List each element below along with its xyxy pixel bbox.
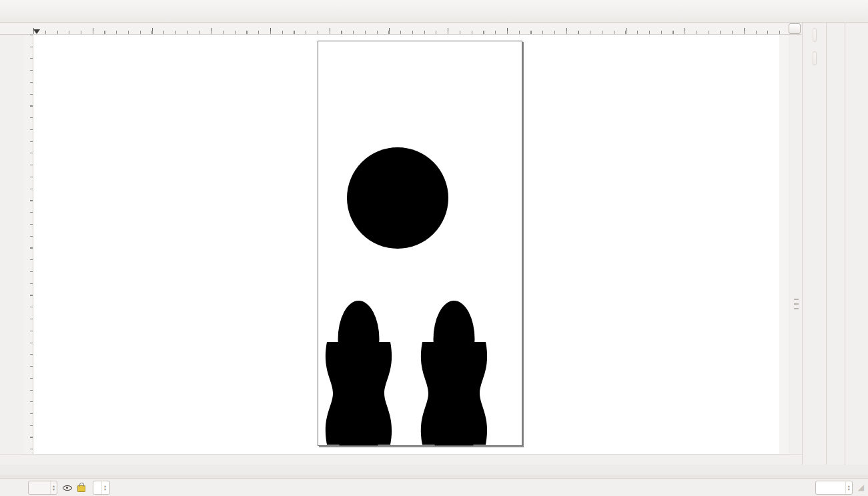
vertical-scrollbar-thumb[interactable] — [779, 173, 783, 310]
green-shape-left[interactable] — [326, 301, 392, 445]
tab-layers[interactable] — [813, 51, 817, 65]
vertical-scrollbar[interactable] — [779, 35, 789, 454]
commands-bar — [826, 23, 845, 465]
opacity-spinner[interactable]: ▴▾ — [50, 481, 57, 494]
dock-resize-grip[interactable] — [794, 299, 799, 311]
snap-controls-bar — [845, 23, 868, 465]
toolbox — [0, 35, 24, 454]
circle-tick-top — [396, 159, 400, 169]
drawing — [318, 41, 522, 445]
tool-controls-bar — [0, 0, 868, 23]
color-palette — [0, 465, 868, 475]
ruler-row — [0, 23, 802, 35]
ruler-position-marker — [33, 29, 40, 34]
circle-tick-bottom — [396, 227, 400, 237]
zoom-spinner[interactable]: ▴▾ — [845, 481, 852, 494]
layer-selector[interactable]: ▴▾ — [93, 481, 110, 495]
vertical-ruler[interactable] — [24, 35, 33, 454]
status-bar: ▴▾ ▴▾ ▴▾ ◢ — [0, 478, 868, 496]
red-circle-group[interactable] — [347, 147, 448, 249]
bottom-strip — [0, 454, 802, 465]
inkscape-window: ▴▾ ▴▾ ▴▾ ◢ — [0, 0, 868, 496]
page — [318, 41, 522, 446]
canvas-stack — [0, 23, 802, 465]
ruler-corner — [0, 23, 33, 34]
main-area — [0, 23, 868, 465]
circle-tick-right — [426, 195, 437, 200]
green-shape-right[interactable] — [421, 301, 487, 445]
canvas-row — [0, 35, 802, 454]
canvas[interactable] — [33, 35, 779, 454]
zoom-field[interactable]: ▴▾ — [815, 481, 853, 495]
palette-scrollbar[interactable] — [0, 475, 868, 478]
palette-scroll-left-arrow[interactable] — [860, 465, 868, 475]
sticky-zoom-area — [787, 23, 802, 34]
opacity-field[interactable]: ▴▾ — [28, 481, 57, 495]
horizontal-ruler[interactable] — [33, 23, 787, 34]
palette-scrollbar-thumb[interactable] — [5, 475, 160, 477]
circle-tick-left — [358, 195, 369, 200]
layer-visibility-icon[interactable] — [63, 483, 72, 492]
layer-spinner[interactable]: ▴▾ — [101, 481, 108, 494]
dock-edge — [789, 35, 802, 454]
dialog-tabs-dock — [802, 23, 826, 465]
layer-lock-icon[interactable] — [77, 485, 85, 492]
window-resize-grip[interactable]: ◢ — [858, 483, 864, 492]
tab-export-png-image[interactable] — [813, 28, 817, 42]
sticky-zoom-button[interactable] — [789, 23, 801, 34]
horizontal-scrollbar-thumb[interactable] — [267, 446, 774, 451]
